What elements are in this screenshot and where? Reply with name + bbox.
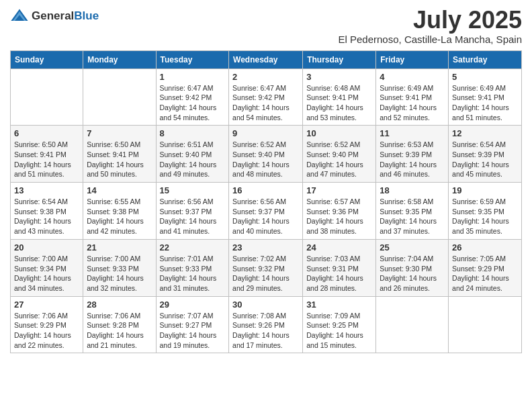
calendar-cell: 27 Sunrise: 7:06 AM Sunset: 9:29 PM Dayl… [11, 296, 83, 353]
day-number: 7 [87, 128, 152, 138]
day-number: 14 [87, 185, 152, 195]
cell-daylight: Daylight: 14 hours and 47 minutes. [306, 161, 363, 179]
day-number: 15 [160, 185, 226, 195]
cell-daylight: Daylight: 14 hours and 19 minutes. [160, 331, 217, 349]
calendar-cell: 15 Sunrise: 6:56 AM Sunset: 9:37 PM Dayl… [156, 183, 229, 240]
cell-daylight: Daylight: 14 hours and 40 minutes. [232, 217, 290, 235]
cell-daylight: Daylight: 14 hours and 22 minutes. [14, 331, 71, 349]
cell-sunset: Sunset: 9:42 PM [232, 93, 285, 101]
day-number: 26 [452, 242, 518, 253]
cell-sunrise: Sunrise: 7:01 AM [160, 255, 214, 263]
day-number: 2 [232, 72, 299, 82]
calendar-cell: 17 Sunrise: 6:57 AM Sunset: 9:36 PM Dayl… [303, 183, 376, 240]
day-number: 9 [232, 128, 299, 138]
cell-sunset: Sunset: 9:27 PM [160, 321, 212, 329]
cell-sunrise: Sunrise: 7:04 AM [380, 255, 433, 263]
calendar-cell: 19 Sunrise: 6:59 AM Sunset: 9:35 PM Dayl… [449, 183, 522, 240]
cell-sunset: Sunset: 9:40 PM [232, 150, 285, 158]
cell-sunrise: Sunrise: 7:09 AM [306, 312, 360, 320]
calendar-cell: 28 Sunrise: 7:06 AM Sunset: 9:28 PM Dayl… [83, 296, 156, 353]
calendar-cell: 30 Sunrise: 7:08 AM Sunset: 9:26 PM Dayl… [229, 296, 303, 353]
cell-sunrise: Sunrise: 7:03 AM [306, 255, 360, 263]
title-block: July 2025 El Pedernoso, Castille-La Manc… [339, 7, 523, 45]
header-day-wednesday: Wednesday [229, 50, 303, 68]
cell-sunrise: Sunrise: 6:47 AM [160, 84, 214, 92]
cell-sunrise: Sunrise: 6:54 AM [452, 140, 506, 148]
cell-sunset: Sunset: 9:37 PM [232, 208, 285, 216]
calendar-cell: 12 Sunrise: 6:54 AM Sunset: 9:39 PM Dayl… [449, 126, 522, 183]
cell-sunrise: Sunrise: 6:53 AM [380, 140, 433, 148]
calendar-cell: 14 Sunrise: 6:55 AM Sunset: 9:38 PM Dayl… [83, 183, 156, 240]
cell-sunrise: Sunrise: 7:00 AM [87, 255, 140, 263]
day-number: 28 [87, 300, 152, 310]
cell-daylight: Daylight: 14 hours and 17 minutes. [232, 331, 290, 349]
calendar-cell: 31 Sunrise: 7:09 AM Sunset: 9:25 PM Dayl… [303, 296, 376, 353]
cell-sunrise: Sunrise: 6:50 AM [87, 140, 140, 148]
day-number: 25 [380, 242, 445, 253]
day-number: 20 [14, 242, 79, 253]
cell-sunset: Sunset: 9:41 PM [14, 150, 66, 158]
cell-daylight: Daylight: 14 hours and 38 minutes. [306, 217, 363, 235]
cell-daylight: Daylight: 14 hours and 43 minutes. [14, 217, 71, 235]
day-number: 12 [452, 128, 518, 138]
cell-sunset: Sunset: 9:40 PM [306, 150, 359, 158]
day-number: 4 [380, 72, 445, 82]
day-number: 19 [452, 185, 518, 195]
cell-sunrise: Sunrise: 6:47 AM [232, 84, 286, 92]
day-number: 18 [380, 185, 445, 195]
calendar-cell: 26 Sunrise: 7:05 AM Sunset: 9:29 PM Dayl… [449, 239, 522, 296]
day-number: 24 [306, 242, 372, 253]
calendar-week-row: 13 Sunrise: 6:54 AM Sunset: 9:38 PM Dayl… [11, 183, 522, 240]
cell-sunrise: Sunrise: 6:57 AM [306, 197, 360, 205]
cell-sunrise: Sunrise: 6:56 AM [232, 197, 286, 205]
cell-daylight: Daylight: 14 hours and 41 minutes. [160, 217, 217, 235]
day-number: 23 [232, 242, 299, 253]
day-number: 8 [160, 128, 226, 138]
calendar-cell: 9 Sunrise: 6:52 AM Sunset: 9:40 PM Dayli… [229, 126, 303, 183]
calendar-cell: 2 Sunrise: 6:47 AM Sunset: 9:42 PM Dayli… [229, 68, 303, 126]
calendar-cell: 8 Sunrise: 6:51 AM Sunset: 9:40 PM Dayli… [156, 126, 229, 183]
cell-sunset: Sunset: 9:31 PM [306, 265, 359, 273]
cell-sunset: Sunset: 9:34 PM [14, 265, 66, 273]
header-day-tuesday: Tuesday [156, 50, 229, 68]
logo-general-text: GeneralBlue [32, 9, 99, 23]
cell-sunrise: Sunrise: 6:48 AM [306, 84, 360, 92]
cell-sunset: Sunset: 9:26 PM [232, 321, 285, 329]
cell-daylight: Daylight: 14 hours and 34 minutes. [14, 274, 71, 292]
cell-sunset: Sunset: 9:29 PM [452, 265, 504, 273]
cell-sunrise: Sunrise: 6:55 AM [87, 197, 140, 205]
day-number: 5 [452, 72, 518, 82]
day-number: 11 [380, 128, 445, 138]
calendar-cell: 24 Sunrise: 7:03 AM Sunset: 9:31 PM Dayl… [303, 239, 376, 296]
day-number: 17 [306, 185, 372, 195]
cell-daylight: Daylight: 14 hours and 53 minutes. [306, 103, 363, 122]
calendar-table: SundayMondayTuesdayWednesdayThursdayFrid… [10, 50, 522, 354]
header-day-sunday: Sunday [11, 50, 83, 68]
cell-daylight: Daylight: 14 hours and 28 minutes. [306, 274, 363, 292]
cell-sunset: Sunset: 9:37 PM [160, 208, 212, 216]
calendar-cell: 13 Sunrise: 6:54 AM Sunset: 9:38 PM Dayl… [11, 183, 83, 240]
calendar-week-row: 6 Sunrise: 6:50 AM Sunset: 9:41 PM Dayli… [11, 126, 522, 183]
day-number: 29 [160, 300, 226, 310]
cell-daylight: Daylight: 14 hours and 49 minutes. [160, 161, 217, 179]
cell-sunset: Sunset: 9:39 PM [452, 150, 504, 158]
calendar-cell: 7 Sunrise: 6:50 AM Sunset: 9:41 PM Dayli… [83, 126, 156, 183]
cell-sunset: Sunset: 9:42 PM [160, 93, 212, 101]
header-day-monday: Monday [83, 50, 156, 68]
cell-sunrise: Sunrise: 7:07 AM [160, 312, 214, 320]
day-number: 30 [232, 300, 299, 310]
calendar-cell: 29 Sunrise: 7:07 AM Sunset: 9:27 PM Dayl… [156, 296, 229, 353]
logo: GeneralBlue [10, 7, 99, 26]
cell-sunset: Sunset: 9:38 PM [87, 208, 139, 216]
calendar-cell: 22 Sunrise: 7:01 AM Sunset: 9:33 PM Dayl… [156, 239, 229, 296]
day-number: 21 [87, 242, 152, 253]
calendar-cell [11, 68, 83, 126]
calendar-cell: 20 Sunrise: 7:00 AM Sunset: 9:34 PM Dayl… [11, 239, 83, 296]
day-number: 31 [306, 300, 372, 310]
calendar-cell: 16 Sunrise: 6:56 AM Sunset: 9:37 PM Dayl… [229, 183, 303, 240]
calendar-cell [449, 296, 522, 353]
header-day-saturday: Saturday [449, 50, 522, 68]
page-header: GeneralBlue July 2025 El Pedernoso, Cast… [10, 7, 522, 45]
cell-sunset: Sunset: 9:35 PM [452, 208, 504, 216]
calendar-cell [83, 68, 156, 126]
